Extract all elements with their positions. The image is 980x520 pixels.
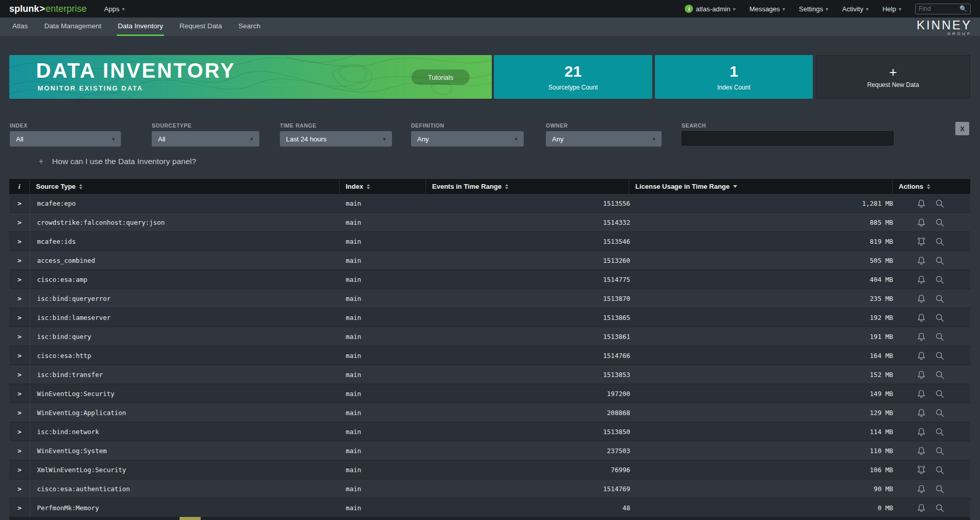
events-count-cell: 237503 [607, 441, 630, 460]
expand-row-button[interactable]: > [9, 441, 30, 460]
events-count-cell: 1514775 [603, 270, 630, 289]
expand-row-button[interactable]: > [9, 346, 30, 365]
alert-bell-button[interactable] [915, 235, 928, 248]
alert-bell-button[interactable] [915, 482, 928, 496]
search-row-button[interactable] [933, 406, 947, 420]
source-type-cell: cisco:esa:amp [37, 270, 87, 289]
search-row-button[interactable] [933, 463, 947, 477]
expand-row-button[interactable]: > [9, 308, 30, 327]
expand-row-button[interactable]: > [9, 213, 30, 232]
column-divider [30, 270, 30, 289]
alert-bell-button[interactable] [915, 349, 928, 363]
alert-bell-button[interactable] [915, 273, 928, 286]
messages-menu[interactable]: Messages ▾ [750, 5, 785, 13]
sourcetype-filter-dropdown[interactable]: All ▾ [152, 131, 259, 147]
activity-menu[interactable]: Activity ▾ [842, 5, 868, 13]
expand-row-button[interactable]: > [9, 232, 30, 251]
alert-bell-button[interactable] [915, 463, 928, 477]
tab-atlas[interactable]: Atlas [11, 17, 29, 36]
settings-menu[interactable]: Settings ▾ [799, 5, 828, 13]
alert-bell-button[interactable] [915, 444, 928, 458]
column-header-actions[interactable]: Actions [893, 179, 970, 194]
expand-row-button[interactable]: > [9, 479, 30, 498]
expand-row-button[interactable]: > [9, 384, 30, 403]
expand-row-button[interactable]: > [9, 251, 30, 270]
expand-row-button[interactable]: > [9, 498, 30, 517]
search-row-button[interactable] [933, 368, 947, 382]
source-type-cell: access_combined [37, 251, 95, 270]
search-icon [934, 350, 946, 362]
alert-bell-button[interactable] [915, 501, 928, 515]
tab-search[interactable]: Search [237, 17, 261, 36]
expand-row-button[interactable]: > [9, 403, 30, 422]
alert-bell-button[interactable] [915, 254, 928, 267]
tab-data-inventory[interactable]: Data Inventory [117, 17, 164, 36]
clear-filters-button[interactable]: X [955, 122, 969, 135]
search-row-button[interactable] [933, 292, 947, 306]
index-filter-value: All [16, 135, 112, 143]
find-search-input[interactable] [919, 5, 959, 12]
column-header-source-type[interactable]: Source Type [30, 179, 340, 194]
index-count-label: Index Count [717, 84, 751, 91]
tab-request-data-label: Request Data [180, 22, 222, 30]
search-row-button[interactable] [933, 254, 947, 267]
owner-filter-dropdown[interactable]: Any ▾ [546, 131, 662, 147]
find-search-box[interactable]: 🔍 [915, 4, 971, 14]
search-filter-input[interactable] [682, 131, 894, 146]
panel-help-toggle[interactable]: + How can I use the Data Inventory panel… [39, 157, 196, 166]
search-row-button[interactable] [933, 216, 947, 229]
horizontal-scrollbar-thumb[interactable] [180, 517, 201, 520]
help-menu[interactable]: Help ▾ [882, 5, 901, 13]
alert-bell-button[interactable] [915, 292, 928, 306]
index-filter-dropdown[interactable]: All ▾ [10, 131, 121, 147]
search-row-button[interactable] [933, 425, 947, 439]
alert-bell-button[interactable] [915, 425, 928, 439]
search-row-button[interactable] [933, 482, 947, 496]
search-row-button[interactable] [933, 311, 947, 325]
search-row-button[interactable] [933, 197, 947, 210]
user-menu[interactable]: i atlas-admin ▾ [685, 5, 735, 13]
search-row-button[interactable] [933, 235, 947, 248]
alert-bell-button[interactable] [915, 197, 928, 210]
chevron-right-icon: > [17, 447, 22, 455]
column-header-events[interactable]: Events in Time Range [426, 179, 629, 194]
apps-menu[interactable]: Apps ▾ [104, 5, 125, 13]
search-row-button[interactable] [933, 444, 947, 458]
kinney-group-text: GROUP [917, 32, 972, 36]
expand-row-button[interactable]: > [9, 460, 30, 479]
horizontal-scrollbar[interactable] [9, 517, 970, 520]
alert-bell-button[interactable] [915, 387, 928, 401]
search-row-button[interactable] [933, 501, 947, 515]
alert-bell-button[interactable] [915, 311, 928, 325]
expand-row-button[interactable]: > [9, 327, 30, 346]
index-cell: main [346, 422, 361, 441]
expand-row-button[interactable]: > [9, 422, 30, 441]
expand-row-button[interactable]: > [9, 270, 30, 289]
tutorials-button[interactable]: Tutorials [412, 69, 470, 85]
expand-row-button[interactable]: > [9, 365, 30, 384]
column-header-index[interactable]: Index [340, 179, 426, 194]
search-row-button[interactable] [933, 330, 947, 344]
chevron-right-icon: > [17, 333, 22, 340]
column-header-license-usage[interactable]: License Usage in Time Range [629, 179, 893, 194]
search-row-button[interactable] [933, 273, 947, 286]
alert-bell-button[interactable] [915, 368, 928, 382]
search-row-button[interactable] [933, 349, 947, 363]
alert-bell-button[interactable] [915, 216, 928, 229]
time-range-filter-dropdown[interactable]: Last 24 hours ▾ [280, 131, 392, 147]
definition-filter-dropdown[interactable]: Any ▾ [411, 131, 524, 147]
expand-row-button[interactable]: > [9, 194, 30, 213]
tab-data-management[interactable]: Data Management [43, 17, 102, 36]
license-usage-cell: 505 MB [870, 251, 893, 270]
expand-row-button[interactable]: > [9, 289, 30, 308]
column-divider [30, 213, 30, 231]
source-type-cell: mcafee:ids [37, 232, 76, 251]
tab-request-data[interactable]: Request Data [179, 17, 223, 36]
search-row-button[interactable] [933, 387, 947, 401]
column-divider [30, 308, 30, 327]
alert-bell-icon [916, 274, 927, 285]
request-new-data-button[interactable]: + Request New Data [816, 55, 970, 99]
alert-bell-button[interactable] [915, 406, 928, 420]
alert-bell-icon [916, 483, 927, 495]
alert-bell-button[interactable] [915, 330, 928, 344]
